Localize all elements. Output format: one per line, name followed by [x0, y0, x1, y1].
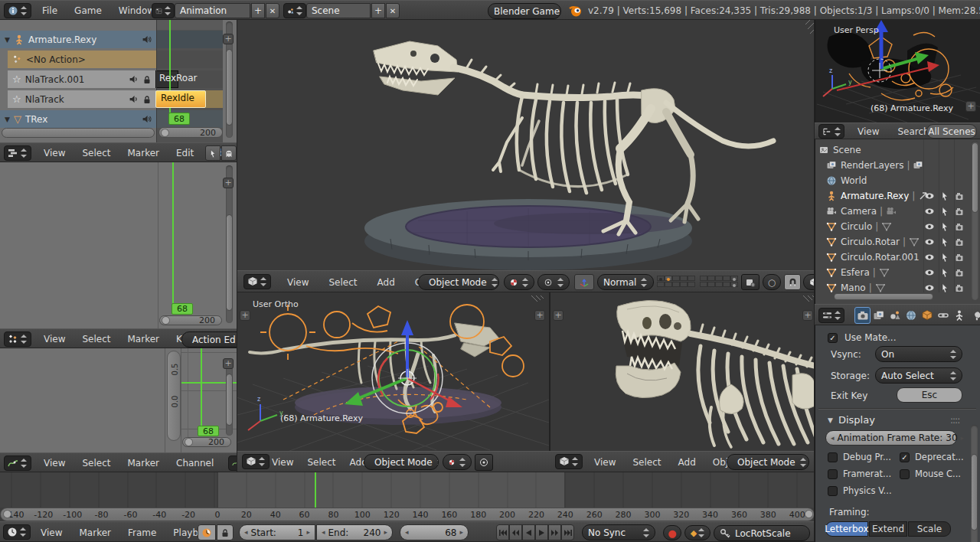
ruler-knob-left[interactable] [3, 510, 11, 518]
current-frame-field[interactable]: ◂ 68 ▸ [400, 524, 469, 540]
nla-track-scrollbar[interactable] [2, 128, 155, 138]
graph-playhead[interactable] [201, 348, 202, 426]
outliner-item-circulo[interactable]: Circulo| [815, 219, 980, 234]
shading-select-ortho[interactable] [443, 454, 472, 470]
nla-vscroll-thumb[interactable] [226, 49, 233, 126]
renderability-camera-icon[interactable] [955, 221, 965, 232]
expand-icon[interactable]: ▼ [5, 116, 10, 123]
nla-action-row[interactable]: <No Action> [8, 51, 156, 68]
lock-icon[interactable] [142, 95, 152, 104]
record-button[interactable]: ● [663, 525, 681, 540]
increment-icon[interactable]: ▸ [961, 435, 965, 442]
display-section-header[interactable]: ▼ Display [828, 414, 875, 426]
lock-range-toggle[interactable] [217, 524, 234, 540]
scene-lock-toggle[interactable] [741, 274, 760, 290]
sync-mode-select[interactable]: No Sync [582, 524, 655, 540]
add-scene-button[interactable]: + [371, 3, 385, 18]
renderability-camera-icon[interactable] [955, 237, 965, 247]
selectability-cursor-icon[interactable] [939, 252, 950, 263]
outliner-item-renderlayers[interactable]: RenderLayers| [815, 158, 980, 173]
mute-speaker-icon[interactable] [142, 34, 152, 44]
shading-select[interactable] [504, 274, 534, 290]
menu-view[interactable]: View [35, 458, 74, 469]
visibility-eye-icon[interactable] [924, 282, 935, 293]
checkbox-physics-v-[interactable]: Physics V... [828, 485, 892, 496]
layers-group-2[interactable] [700, 276, 738, 288]
timeline-ruler[interactable]: -140-120-100-80-60-40-200204060801001201… [0, 508, 815, 521]
dope-hscrollbar[interactable]: 200 [159, 315, 222, 325]
outliner-scope-select[interactable]: All Scenes [926, 124, 977, 139]
keying-set-select[interactable]: LocRotScale [714, 525, 810, 541]
mode-select-main[interactable]: Object Mode [418, 274, 499, 290]
increment-icon[interactable]: ▸ [306, 529, 310, 536]
menu-marker[interactable]: Marker [119, 334, 168, 344]
menu-view[interactable]: View [265, 457, 300, 468]
dope-playhead[interactable] [172, 162, 174, 303]
renderability-camera-icon[interactable] [955, 282, 965, 293]
increment-icon[interactable]: ▸ [459, 529, 463, 536]
info-editor-selector[interactable] [4, 3, 31, 18]
use-material-row[interactable]: ✓ Use Mate... [828, 332, 896, 343]
skull-editor-type-selector[interactable] [555, 454, 583, 469]
decrement-icon[interactable]: ◂ [831, 435, 835, 442]
time-display-toggle[interactable] [198, 524, 216, 540]
menu-add[interactable]: Add [368, 277, 405, 288]
framing-option-scale[interactable]: Scale [908, 521, 951, 537]
layers-group-1[interactable] [657, 276, 695, 288]
dope-vscroll-thumb[interactable] [226, 214, 233, 311]
menu-view[interactable]: View [586, 457, 624, 468]
properties-tab-scene[interactable] [887, 307, 903, 324]
screen-layout-selector[interactable] [152, 3, 175, 18]
timeline-playhead[interactable] [315, 472, 316, 508]
properties-tab-modifiers[interactable] [967, 307, 980, 324]
viewport-main[interactable] [237, 20, 815, 270]
mute-speaker-icon[interactable] [142, 114, 152, 124]
autokey-toggle[interactable]: ◆ [684, 525, 710, 540]
selectability-cursor-icon[interactable] [939, 206, 950, 217]
menu-select[interactable]: Select [74, 458, 119, 469]
menu-channel[interactable]: Channel [168, 458, 222, 469]
nla-region-plus-button[interactable]: + [223, 34, 234, 44]
expand-icon[interactable]: ▼ [5, 36, 10, 44]
mute-speaker-icon[interactable] [129, 94, 139, 104]
region-plus-button[interactable]: + [534, 310, 545, 321]
expand-icon[interactable]: ▼ [828, 416, 833, 424]
outliner-editor-type-selector[interactable] [818, 124, 844, 139]
selectability-cursor-icon[interactable] [939, 237, 950, 247]
checkbox-deprecat-[interactable]: ✓Deprecat... [900, 452, 964, 462]
properties-tab-render-layers[interactable] [871, 307, 887, 324]
menu-view[interactable]: View [277, 277, 318, 288]
properties-tab-constraints[interactable] [935, 307, 951, 324]
region-plus-button[interactable]: + [553, 310, 564, 321]
next-keyframe-button[interactable] [548, 524, 561, 540]
menu-select[interactable]: Select [624, 457, 669, 468]
scroll-knob[interactable] [185, 438, 193, 446]
visibility-eye-icon[interactable] [924, 267, 935, 278]
visibility-eye-icon[interactable] [924, 206, 935, 217]
play-reverse-button[interactable] [522, 524, 535, 540]
visibility-eye-icon[interactable] [924, 191, 935, 201]
graph-region-plus-button[interactable]: + [223, 358, 234, 369]
mode-select-ortho[interactable]: Object Mode [364, 454, 439, 470]
menu-view[interactable]: View [848, 126, 888, 137]
scene-name-field[interactable]: Scene [306, 3, 371, 18]
properties-tab-physics[interactable] [951, 307, 967, 324]
nla-track[interactable]: ☆ NlaTrack [8, 90, 156, 108]
region-plus-button[interactable]: + [965, 101, 976, 112]
nla-track-armature[interactable]: ▼ Armature.Rexy [0, 31, 156, 48]
menu-select[interactable]: Select [74, 148, 119, 158]
pivot-select[interactable] [537, 274, 570, 290]
renderability-camera-icon[interactable] [955, 267, 965, 278]
renderability-camera-icon[interactable] [955, 252, 965, 263]
visibility-eye-icon[interactable] [924, 221, 935, 232]
outliner-vscroll-thumb[interactable] [972, 142, 978, 213]
checkbox-debug-pr-[interactable]: Debug Pr... [828, 452, 891, 462]
properties-tab-object[interactable] [919, 307, 935, 324]
outliner-item-esfera[interactable]: Esfera| [815, 265, 980, 280]
renderability-camera-icon[interactable] [955, 191, 965, 201]
lock-icon[interactable] [142, 75, 152, 84]
timeline-band[interactable] [0, 472, 815, 508]
props-vscroll-thumb[interactable] [971, 454, 978, 531]
checkbox-checked[interactable]: ✓ [828, 333, 838, 343]
properties-editor-type-selector[interactable] [818, 308, 844, 323]
